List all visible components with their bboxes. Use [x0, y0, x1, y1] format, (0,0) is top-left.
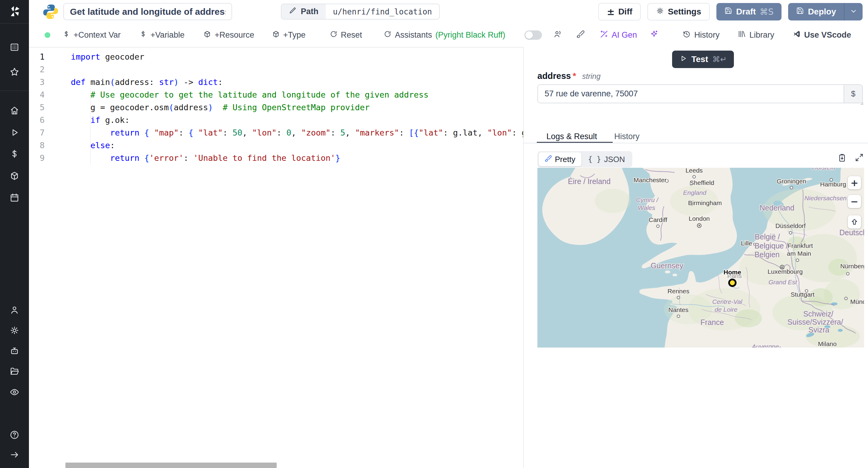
history-button[interactable]: History — [682, 30, 719, 40]
use-vscode-button[interactable]: Use VScode — [792, 30, 851, 40]
sidebar-item-user[interactable] — [0, 305, 29, 315]
paintbrush-icon — [576, 30, 585, 40]
dollar-icon — [139, 30, 147, 40]
map-label: Grand Est — [769, 278, 798, 286]
library-icon — [738, 30, 746, 40]
map-label: London — [689, 215, 710, 222]
library-button[interactable]: Library — [738, 30, 774, 40]
copy-result-button[interactable] — [837, 153, 847, 164]
brush-icon — [576, 30, 585, 38]
map-zoom-out-button[interactable]: − — [848, 195, 861, 208]
chevron-down-icon — [849, 7, 858, 15]
calendar-icon — [9, 193, 20, 203]
pretty-view-button[interactable]: Pretty — [538, 153, 581, 166]
assistants-button[interactable]: Assistants (Pyright Black Ruff) — [384, 30, 505, 40]
code-line: else: — [71, 139, 523, 152]
draft-button[interactable]: Draft ⌘S — [716, 3, 781, 21]
add-context-var-button[interactable]: +Context Var — [62, 30, 121, 40]
sidebar-item-arrow-right[interactable] — [0, 449, 29, 460]
map-label: am Main — [787, 250, 811, 257]
code-line: def main(address: str) -> dict: — [71, 76, 523, 89]
sidebar-item-gear[interactable] — [0, 325, 29, 335]
wand-icon — [600, 30, 608, 38]
play-outline-icon — [679, 55, 687, 62]
expand-result-button[interactable] — [855, 153, 864, 164]
magic-wand-icon — [600, 30, 608, 40]
tab-logs-result[interactable]: Logs & Result — [547, 132, 597, 141]
sidebar-item-star[interactable] — [0, 67, 29, 77]
line-number: 6 — [29, 114, 62, 127]
line-number: 7 — [29, 127, 62, 139]
code-editor[interactable]: 1import geocoder23def main(address: str)… — [29, 47, 523, 468]
tab-history[interactable]: History — [614, 132, 640, 141]
home-marker[interactable] — [729, 279, 736, 286]
pencil-icon — [289, 7, 297, 14]
script-title-input[interactable] — [63, 3, 232, 20]
diff-button[interactable]: ± Diff — [598, 3, 641, 21]
sidebar-item-calendar[interactable] — [0, 193, 29, 203]
sidebar-item-building[interactable] — [0, 42, 29, 52]
json-view-button[interactable]: { } JSON — [582, 153, 631, 166]
toggle-switch[interactable] — [524, 30, 542, 40]
add-variable-button[interactable]: +Variable — [139, 30, 184, 40]
arrow-up-icon — [850, 218, 859, 226]
insert-variable-button[interactable]: $ — [844, 85, 862, 103]
code-line: g = geocoder.osm(address) # Using OpenSt… — [71, 101, 523, 114]
history-icon — [682, 30, 691, 38]
sidebar-divider — [0, 91, 29, 91]
map-label: Nederland — [760, 204, 794, 212]
settings-button[interactable]: Settings — [647, 3, 710, 21]
map-zoom-in-button[interactable]: + — [848, 176, 861, 190]
history-clock-icon — [682, 30, 691, 40]
dollar-icon — [139, 30, 147, 38]
dollar-icon — [62, 30, 70, 40]
users-icon — [553, 30, 562, 38]
map-label: Lille — [741, 240, 752, 247]
map-label: Rennes — [668, 288, 689, 295]
sidebar-item-boxes[interactable] — [0, 171, 29, 181]
deploy-dropdown-button[interactable] — [844, 3, 863, 21]
sidebar-item-dollar[interactable] — [0, 149, 29, 159]
format-button[interactable] — [576, 30, 585, 40]
boxes-icon — [203, 30, 211, 38]
vscode-icon — [792, 30, 801, 40]
city-dot — [677, 315, 680, 318]
sidebar-item-folder-open[interactable] — [0, 366, 29, 376]
sidebar-item-home[interactable] — [0, 105, 29, 115]
map-label: Frankfurt — [787, 242, 813, 249]
save-icon — [724, 7, 733, 15]
add-type-button[interactable]: +Type — [272, 30, 306, 40]
line-number: 9 — [29, 152, 62, 164]
address-input[interactable] — [538, 85, 844, 103]
sidebar-item-play[interactable] — [0, 127, 29, 138]
result-map[interactable]: LeedsManchesterSheffieldGroningenHamburg… — [537, 168, 864, 347]
library-icon — [738, 30, 746, 38]
map-label: Birmingham — [688, 199, 722, 206]
multiplayer-button[interactable] — [553, 30, 562, 41]
city-dot — [677, 296, 680, 299]
code-line: # Use geocoder to get the latitude and l… — [71, 89, 523, 101]
ai-gen-button[interactable]: AI Gen — [600, 30, 637, 40]
script-path-chip[interactable]: Path u/henri/find_location — [281, 4, 440, 20]
bot-icon — [9, 346, 20, 356]
reset-button[interactable]: Reset — [330, 30, 362, 40]
required-asterisk: * — [572, 71, 576, 81]
deploy-button[interactable]: Deploy — [788, 3, 844, 21]
sidebar-item-bot[interactable] — [0, 346, 29, 356]
deploy-button-group: Deploy — [788, 3, 863, 21]
add-resource-button[interactable]: +Resource — [203, 30, 254, 40]
sidebar-item-help-circle[interactable] — [0, 430, 29, 440]
argument-name: address — [537, 71, 571, 81]
editor-toolbar: +Context Var +Variable +Resource +Type R… — [29, 23, 868, 47]
package-icon — [203, 30, 211, 40]
windmill-logo-icon[interactable] — [0, 0, 29, 23]
app-sidebar — [0, 0, 29, 468]
horizontal-scrollbar-thumb[interactable] — [65, 463, 277, 468]
vscode-icon — [792, 30, 801, 38]
refresh-icon — [384, 30, 392, 38]
resize-handle[interactable] — [859, 101, 864, 107]
test-button[interactable]: Test ⌘↵ — [672, 51, 734, 68]
map-recenter-button[interactable] — [848, 215, 861, 229]
sidebar-item-eye[interactable] — [0, 387, 29, 397]
ai-sparkles-button[interactable] — [650, 30, 658, 40]
